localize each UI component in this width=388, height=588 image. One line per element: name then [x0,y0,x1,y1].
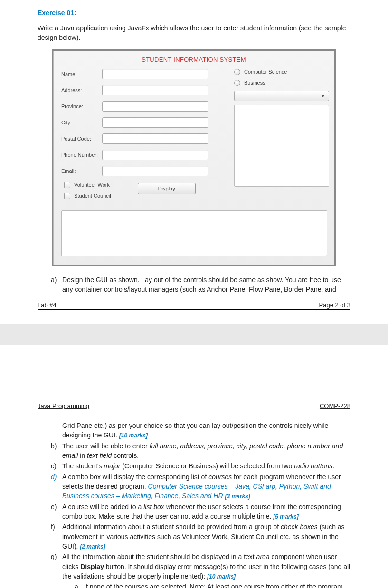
city-label: City: [61,120,102,125]
output-textarea[interactable] [61,210,327,256]
student-council-label: Student Council [74,193,111,199]
volunteer-checkbox[interactable] [64,182,70,188]
cs-radio-label: Computer Science [244,69,287,75]
name-input[interactable] [102,69,208,79]
phone-label: Phone Number: [61,152,102,158]
cs-radio[interactable] [234,69,240,75]
header-left: Java Programming [38,402,89,409]
item-c: c) The student's major (Computer Science… [51,461,350,471]
phone-input[interactable] [102,150,208,160]
item-g-a: a.If none of the courses are selected. N… [75,582,350,588]
courses-listbox[interactable] [234,105,329,187]
app-title: STUDENT INFORMATION SYSTEM [61,56,326,63]
address-input[interactable] [102,85,208,95]
item-b: b) The user will be able to enter full n… [51,441,350,461]
item-d: d) A combo box will display the correspo… [51,472,350,501]
province-label: Province: [61,104,102,109]
app-mockup-frame: STUDENT INFORMATION SYSTEM Name: Address… [52,49,336,266]
page1-footer: Lab #4 Page 2 of 3 [38,302,350,310]
item-g: g) All the information about the student… [51,552,350,588]
display-button[interactable]: Display [138,183,196,194]
exercise-heading: Exercise 01: [38,9,350,17]
item-f: f) Additional information about a studen… [51,522,350,551]
item-a-continued: Grid Pane etc.) as per your choice so th… [51,421,350,440]
business-radio-label: Business [244,80,265,85]
footer-right: Page 2 of 3 [319,302,351,309]
email-input[interactable] [102,166,208,176]
business-radio[interactable] [234,80,240,86]
email-label: Email: [61,168,102,174]
item-a: a) Design the GUI as shown. Lay out of t… [51,275,350,294]
student-council-checkbox[interactable] [64,193,70,199]
page2-header: Java Programming COMP-228 [38,402,350,410]
item-e: e) A course will be added to a list box … [51,502,350,522]
header-right: COMP-228 [320,402,350,409]
province-input[interactable] [102,101,208,112]
postal-input[interactable] [102,133,208,144]
intro-paragraph: Write a Java application using JavaFx wh… [38,23,350,43]
footer-left: Lab #4 [38,302,57,309]
name-label: Name: [61,71,102,77]
volunteer-label: Volunteer Work [74,182,110,188]
city-input[interactable] [102,117,208,128]
courses-combobox[interactable] [234,91,329,101]
address-label: Address: [61,87,102,93]
postal-label: Postal Code: [61,136,102,142]
